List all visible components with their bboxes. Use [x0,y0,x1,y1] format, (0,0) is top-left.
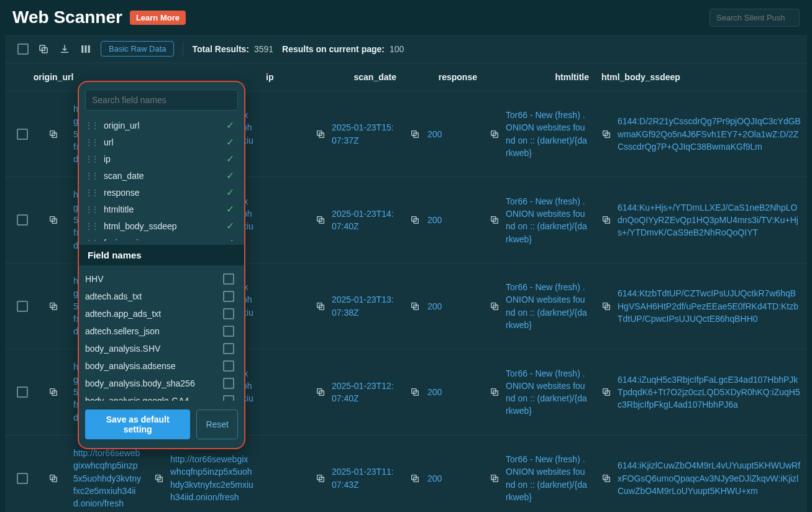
basic-raw-data-button[interactable]: Basic Raw Data [101,41,174,57]
drag-handle-icon[interactable]: ⋮⋮ [85,222,98,231]
copy-icon[interactable] [47,472,60,485]
selected-field-item[interactable]: ⋮⋮origin_url✓ [85,117,234,134]
available-field-item[interactable]: body_analysis.SHV [85,340,234,357]
select-all-checkbox[interactable] [17,43,29,55]
response-cell[interactable]: 200 [427,300,442,313]
available-field-item[interactable]: body_analysis.adsense [85,357,234,375]
col-response[interactable]: response [403,72,483,82]
selected-field-item[interactable]: ⋮⋮url✓ [85,134,234,150]
selected-field-item[interactable]: ⋮⋮html_body_ssdeep✓ [85,217,234,234]
copy-icon[interactable] [601,472,611,485]
available-field-item[interactable]: adtech.app_ads_txt [85,305,234,322]
drag-handle-icon[interactable]: ⋮⋮ [85,155,98,163]
row-checkbox[interactable] [17,301,28,312]
selected-field-item[interactable]: ⋮⋮scan_date✓ [85,167,234,184]
field-checkbox[interactable] [223,308,234,319]
drag-handle-icon[interactable]: ⋮⋮ [85,205,98,214]
copy-icon[interactable] [490,128,500,140]
search-input[interactable] [709,9,800,27]
copy-icon[interactable] [490,214,500,226]
drag-handle-icon[interactable]: ⋮⋮ [85,171,98,180]
scan-date-cell[interactable]: 2025-01-23T11:07:43Z [332,465,396,491]
copy-icon[interactable] [601,214,611,226]
col-htmltitle[interactable]: htmltitle [483,72,595,82]
columns-icon[interactable] [80,43,92,55]
copy-icon[interactable] [316,472,326,485]
download-icon[interactable] [58,43,71,55]
copy-icon[interactable] [47,128,60,140]
available-field-item[interactable]: body_analysis.body_sha256 [85,375,234,392]
scan-date-cell[interactable]: 2025-01-23T15:07:37Z [332,121,396,147]
scan-date-cell[interactable]: 2025-01-23T14:07:40Z [332,208,396,233]
drag-handle-icon[interactable]: ⋮⋮ [85,121,98,130]
response-cell[interactable]: 200 [427,472,442,485]
copy-icon[interactable] [316,386,326,398]
ssdeep-cell[interactable]: 6144:iKjizlCuwZbO4M9rL4vUYuupt5KHWUwRfxF… [618,459,801,497]
copy-icon[interactable] [409,386,421,398]
htmltitle-cell[interactable]: Tor66 - New (fresh) .ONION websites foun… [506,367,589,418]
field-checkbox[interactable] [223,273,234,285]
htmltitle-cell[interactable]: Tor66 - New (fresh) .ONION websites foun… [506,281,589,331]
drag-handle-icon[interactable]: ⋮⋮ [85,188,98,197]
drag-handle-icon[interactable]: ⋮⋮ [85,239,98,242]
learn-more-button[interactable]: Learn More [130,11,186,25]
selected-field-item[interactable]: ⋮⋮favicon_icons✓ [85,234,234,241]
copy-icon[interactable] [490,300,500,313]
scan-date-cell[interactable]: 2025-01-23T12:07:40Z [332,380,396,405]
copy-icon[interactable] [47,214,60,226]
copy-icon[interactable] [601,300,611,313]
copy-icon[interactable] [316,128,326,140]
copy-icon[interactable] [409,214,421,226]
row-checkbox[interactable] [17,473,28,484]
available-field-item[interactable]: adtech.ads_txt [85,288,234,305]
ssdeep-cell[interactable]: 6144:iZuqH5c3RbjcIfpFaLgcE34ad107HbhPJkT… [618,373,801,411]
available-field-item[interactable]: body_analysis.google-GA4 [85,392,234,401]
response-cell[interactable]: 200 [427,128,442,140]
copy-icon[interactable] [601,128,611,140]
ssdeep-cell[interactable]: 6144:Ku+Hjs+/YTDmLLXEJ/CaS1neB2NhpLOdnQo… [618,201,801,239]
response-cell[interactable]: 200 [427,214,442,226]
selected-field-item[interactable]: ⋮⋮htmltitle✓ [85,201,234,217]
drag-handle-icon[interactable]: ⋮⋮ [85,138,98,147]
row-checkbox[interactable] [17,214,28,226]
copy-icon[interactable] [490,472,500,485]
row-checkbox[interactable] [17,129,28,140]
field-checkbox[interactable] [223,326,234,337]
copy-icon[interactable] [37,43,50,55]
copy-icon[interactable] [47,300,60,313]
origin-url-cell[interactable]: http://tor66sewebgixwhcqfnp5inzp5x5uohhd… [73,447,142,510]
field-checkbox[interactable] [223,291,234,302]
reset-button[interactable]: Reset [196,409,238,439]
field-checkbox[interactable] [223,378,234,389]
scan-date-cell[interactable]: 2025-01-23T13:07:38Z [332,293,396,319]
copy-icon[interactable] [47,386,60,398]
col-scan-date[interactable]: scan_date [309,72,403,82]
copy-icon[interactable] [154,472,164,485]
row-checkbox[interactable] [17,386,28,398]
col-ip[interactable]: ip [260,72,309,82]
col-ssdeep[interactable]: html_body_ssdeep [595,72,807,82]
field-checkbox[interactable] [223,395,234,401]
field-search-input[interactable] [85,89,238,111]
copy-icon[interactable] [601,386,611,398]
col-origin-url[interactable]: origin_url [40,72,67,82]
available-field-item[interactable]: adtech.sellers_json [85,322,234,340]
field-checkbox[interactable] [223,360,234,372]
copy-icon[interactable] [490,386,500,398]
available-field-item[interactable]: HHV [85,270,234,288]
url-cell[interactable]: http://tor66sewebgixwhcqfnp5inzp5x5uohhd… [170,453,253,503]
ssdeep-cell[interactable]: 6144:D/2R21yCsscdrQg7Pr9pjOQJIqC3cYdGBwm… [618,115,801,153]
copy-icon[interactable] [316,300,326,313]
save-default-button[interactable]: Save as default setting [85,409,190,439]
ssdeep-cell[interactable]: 6144:KtzbTdtUP/CZTwcIPsUJUQctkR7w6hqBHgV… [618,287,801,325]
copy-icon[interactable] [409,300,421,313]
copy-icon[interactable] [409,128,421,140]
field-checkbox[interactable] [223,343,234,354]
htmltitle-cell[interactable]: Tor66 - New (fresh) .ONION websites foun… [506,109,589,159]
copy-icon[interactable] [409,472,421,485]
response-cell[interactable]: 200 [427,386,442,398]
htmltitle-cell[interactable]: Tor66 - New (fresh) .ONION websites foun… [506,195,589,245]
selected-field-item[interactable]: ⋮⋮response✓ [85,184,234,201]
htmltitle-cell[interactable]: Tor66 - New (fresh) .ONION websites foun… [506,453,589,503]
selected-field-item[interactable]: ⋮⋮ip✓ [85,150,234,167]
